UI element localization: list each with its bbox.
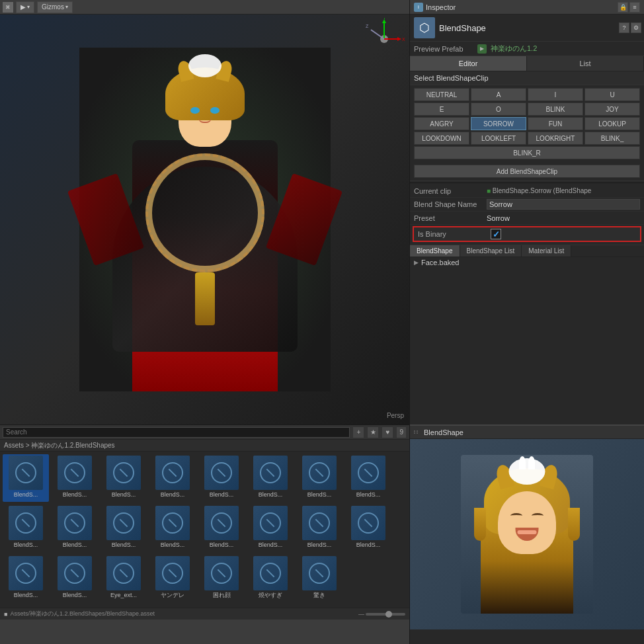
list-item[interactable]: BlendS... [3,504,49,552]
tools-icon[interactable]: ✖ [3,2,13,13]
tree-row[interactable]: ▶ Face.baked [410,257,644,268]
minus-icon: — [358,611,364,618]
list-item[interactable]: 困れ顔 [198,555,245,602]
list-item[interactable]: BlendS... [101,504,147,552]
inspector-header-buttons: 🔒 ≡ [618,2,640,13]
asset-label: BlendS... [14,592,38,599]
list-item[interactable]: Eye_ext... [101,555,147,602]
clip-o-button[interactable]: O [471,102,526,116]
sub-tab-material-list[interactable]: Material List [522,245,571,257]
asset-label: 驚き [313,592,325,599]
divider-1 [410,182,644,183]
clip-blink2-button[interactable]: BLINK_ [584,132,640,145]
clip-e-button[interactable]: E [414,102,469,116]
list-item[interactable]: BlendS... [101,454,147,502]
list-item[interactable]: BlendS... [149,504,196,552]
clip-u-button[interactable]: U [584,88,640,101]
list-item[interactable]: BlendS... [247,504,294,552]
asset-label: BlendS... [210,491,234,499]
list-item[interactable]: ヤンデレ [149,555,196,602]
preview-prefab-value: 神楽ゆのん1.2 [491,44,537,54]
clip-lookleft-button[interactable]: LOOKLEFT [471,132,526,145]
asset-icon [302,456,337,490]
clip-blink-button[interactable]: BLINK [528,102,583,116]
svg-marker-5 [397,37,401,41]
clip-sorrow-button[interactable]: SORROW [471,117,526,130]
bookmark-icon[interactable]: ★ [367,426,379,438]
component-settings-icon[interactable]: ⚙ [631,22,641,33]
asset-label: BlendS... [210,542,234,549]
preset-value: Sorrow [487,214,640,222]
inspector-header: i Inspector 🔒 ≡ [410,0,644,15]
list-item[interactable]: BlendS... [52,504,98,552]
asset-icon [204,556,239,590]
assets-search-input[interactable] [3,427,350,438]
list-item[interactable]: BlendS... [345,504,391,552]
clip-angry-button[interactable]: ANGRY [414,117,469,130]
add-asset-button[interactable]: + [352,426,364,438]
list-item[interactable]: BlendS... [3,454,49,502]
list-item[interactable]: BlendS... [345,454,391,502]
gizmos-button[interactable]: Gizmos ▾ [37,1,73,13]
list-item[interactable]: BlendS... [52,555,98,602]
list-item[interactable]: BlendS... [198,454,245,502]
asset-icon [106,456,141,490]
clip-row-1: NEUTRAL A I U [414,88,640,101]
blend-shape-name-input[interactable] [487,199,640,210]
unity-icon-small: ■ [4,611,7,618]
list-item[interactable]: 驚き [296,555,342,602]
is-binary-checkbox[interactable]: ✓ [491,229,501,239]
clip-a-button[interactable]: A [471,88,526,101]
favorite-icon[interactable]: ♥ [382,426,393,438]
list-item[interactable]: BlendS... [149,454,196,502]
clip-joy-button[interactable]: JOY [584,102,640,116]
checkbox-check-icon: ✓ [493,229,500,239]
camera-button[interactable]: ▶ ▾ [16,1,34,13]
list-item[interactable]: BlendS... [52,454,98,502]
tab-editor[interactable]: Editor [410,56,527,71]
sub-tab-blendshape[interactable]: BlendShape [410,245,460,257]
preview-panel-title: BlendShape [424,428,463,436]
asset-label: BlendS... [63,592,87,599]
asset-icon [58,456,92,490]
list-item[interactable]: BlendS... [296,454,342,502]
clip-neutral-button[interactable]: NEUTRAL [414,88,469,101]
asset-icon [58,556,92,590]
zoom-slider-container: — [358,611,405,618]
list-item[interactable]: BlendS... [247,454,294,502]
clip-lookdown-button[interactable]: LOOKDOWN [414,132,469,145]
asset-icon [9,506,43,540]
sub-tab-blendshape-list[interactable]: BlendShape List [460,245,522,257]
preview-prefab-label: Preview Prefab [414,45,473,53]
component-help-icon[interactable]: ? [619,22,629,33]
assets-panel: + ★ ♥ 9 Assets > 神楽ゆのん1.2.BlendShapes Bl… [0,424,409,620]
asset-label: BlendS... [307,491,332,499]
list-item[interactable]: BlendS... [3,555,49,602]
clip-i-button[interactable]: I [528,88,583,101]
inspector-lock-icon[interactable]: 🔒 [618,2,628,13]
asset-icon [58,506,92,540]
clip-lookright-button[interactable]: LOOKRIGHT [528,132,583,145]
asset-icon [253,556,288,590]
assets-path-bar: ■ Assets/神楽ゆのん1.2.BlendShapes/BlendShape… [0,608,409,620]
clip-fun-button[interactable]: FUN [528,117,583,130]
asset-icon [9,456,43,490]
list-item[interactable]: 焼やすぎ [247,555,294,602]
asset-icon [204,456,239,490]
asset-label: Eye_ext... [110,592,137,599]
asset-label: BlendS... [259,542,283,549]
asset-icon [106,556,141,590]
list-item[interactable]: BlendS... [198,504,245,552]
add-blendshapeclip-button[interactable]: Add BlendShapeClip [414,165,640,178]
clip-lookup-button[interactable]: LOOKUP [584,117,640,130]
asset-label: ヤンデレ [161,592,184,599]
clip-blinkr-button[interactable]: BLINK_R [414,146,640,159]
list-item[interactable]: BlendS... [296,504,342,552]
tab-list[interactable]: List [527,56,644,71]
inspector-menu-icon[interactable]: ≡ [629,2,640,13]
component-title-row: ⬡ BlendShape ? ⚙ [410,15,644,42]
clip-buttons-grid: NEUTRAL A I U E O BLINK JOY ANGRY SORROW… [410,85,644,162]
zoom-slider[interactable] [366,613,405,616]
inspector-panel: i Inspector 🔒 ≡ ⬡ BlendShape ? ⚙ Preview… [409,0,644,644]
is-binary-label: Is Binary [418,230,491,238]
